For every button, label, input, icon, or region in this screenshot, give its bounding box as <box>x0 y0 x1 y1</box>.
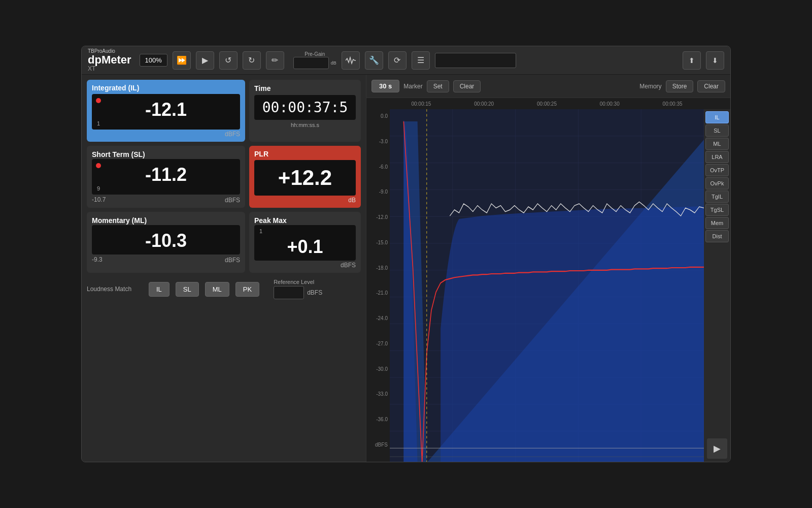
loop-icon-btn[interactable]: ⟳ <box>388 51 407 70</box>
short-term-value: -11.2 <box>97 164 235 185</box>
time-format: hh:mm:ss.s <box>254 122 356 128</box>
graph-btn-sl[interactable]: SL <box>705 124 729 137</box>
integrated-sub: 1 <box>97 120 100 126</box>
bottom-row: Momentary (ML) -10.3 -9.3 dBFS Peak Max … <box>87 212 361 273</box>
plr-unit: dB <box>254 197 356 204</box>
y-label-2: -6.0 <box>379 164 388 170</box>
store-button[interactable]: Store <box>666 80 694 92</box>
x-label-2: 00:00:20 <box>453 101 516 107</box>
wrench-icon-btn[interactable]: 🔧 <box>365 51 383 70</box>
graph-toolbar: 30 s Marker Set Clear Memory Store Clear <box>366 75 730 98</box>
graph-svg <box>390 109 704 462</box>
pregain-input[interactable]: 0.0 <box>293 57 329 69</box>
ref-level-unit: dBFS <box>307 289 322 296</box>
play-large-button[interactable]: ▶ <box>707 438 727 459</box>
short-term-dot <box>96 163 101 168</box>
lm-pk-button[interactable]: PK <box>235 282 259 297</box>
x-label-5: 00:00:35 <box>641 101 704 107</box>
ref-level-section: Reference Level 0.0 dBFS <box>274 279 322 299</box>
integrated-box: Integrated (IL) -12.1 1 dBFS <box>87 80 245 142</box>
redo-icon-btn[interactable]: ↻ <box>243 51 261 70</box>
pregain-label: Pre-Gain <box>304 51 325 57</box>
y-label-4: -12.0 <box>376 214 388 220</box>
download-icon: ⬇ <box>712 56 718 65</box>
wrench-icon: 🔧 <box>369 55 379 65</box>
master-check-input[interactable]: Master Check <box>435 53 516 68</box>
download-btn[interactable]: ⬇ <box>706 51 724 70</box>
lm-ml-button[interactable]: ML <box>205 282 229 297</box>
graph-btn-lra[interactable]: LRA <box>705 151 729 163</box>
clear-button[interactable]: Clear <box>453 80 481 92</box>
momentary-box: Momentary (ML) -10.3 -9.3 dBFS <box>87 212 245 273</box>
undo-icon: ↺ <box>225 55 231 65</box>
header: TBProAudio dpMeter XT 100% ⏩ ▶ ↺ ↻ ✏ Pre… <box>82 46 730 75</box>
peak-max-sub: 1 <box>259 228 262 234</box>
marker-label: Marker <box>403 83 422 90</box>
undo-icon-btn[interactable]: ↺ <box>219 51 238 70</box>
x-axis-top: 00:00:15 00:00:20 00:00:25 00:00:30 00:0… <box>366 98 730 109</box>
graph-btn-mem[interactable]: Mem <box>705 217 729 229</box>
list-icon-btn[interactable]: ☰ <box>412 51 430 70</box>
zoom-button[interactable]: 100% <box>140 54 167 67</box>
y-label-3: -9.0 <box>379 189 388 195</box>
time-title: Time <box>254 84 270 92</box>
waveform-icon <box>346 56 356 65</box>
pencil-icon-btn[interactable]: ✏ <box>266 51 284 70</box>
set-button[interactable]: Set <box>427 80 449 92</box>
graph-btn-il[interactable]: IL <box>705 111 729 123</box>
graph-main: 0.0 -3.0 -6.0 -9.0 -12.0 -15.0 -18.0 -21… <box>366 109 730 462</box>
upload-btn[interactable]: ⬆ <box>683 51 701 70</box>
y-label-7: -21.0 <box>376 290 388 296</box>
peak-max-box: Peak Max 1 +0.1 dBFS <box>249 212 361 273</box>
app-window: TBProAudio dpMeter XT 100% ⏩ ▶ ↺ ↻ ✏ Pre… <box>81 46 731 462</box>
waveform-icon-btn[interactable] <box>342 51 360 70</box>
y-label-1: -3.0 <box>379 139 388 144</box>
plr-title: PLR <box>254 150 356 158</box>
y-label-12: -36.0 <box>376 417 388 422</box>
integrated-dot <box>96 98 101 103</box>
plr-value: +12.2 <box>254 160 356 196</box>
short-term-title: Short Term (SL) <box>92 150 145 158</box>
graph-btn-tgsl[interactable]: TgSL <box>705 204 729 216</box>
brand-product: dpMeter <box>88 54 131 66</box>
peak-max-value: +0.1 <box>259 236 351 258</box>
forward-icon-btn[interactable]: ⏩ <box>173 51 191 70</box>
momentary-display: -10.3 <box>92 225 240 255</box>
x-label-4: 00:00:30 <box>578 101 641 107</box>
graph-btn-tgil[interactable]: TgIL <box>705 190 729 203</box>
ref-level-input[interactable]: 0.0 <box>274 286 304 299</box>
loudness-ref-row: Loudness Match IL SL ML PK Reference Lev… <box>87 277 361 301</box>
brand: TBProAudio dpMeter XT <box>88 48 131 72</box>
time-window-button[interactable]: 30 s <box>371 80 399 92</box>
y-label-6: -18.0 <box>376 265 388 271</box>
x-label-1: 00:00:15 <box>390 101 453 107</box>
graph-right-buttons: IL SL ML LRA OvTP OvPk TgIL TgSL Mem Dis… <box>704 109 730 462</box>
short-term-box: Short Term (SL) -11.2 9 -10.7 dBFS <box>87 146 245 208</box>
upload-icon: ⬆ <box>689 56 695 65</box>
short-term-sub: 9 <box>97 185 100 192</box>
y-label-9: -27.0 <box>376 341 388 346</box>
clear2-button[interactable]: Clear <box>697 80 725 92</box>
mid-row: Short Term (SL) -11.2 9 -10.7 dBFS PLR +… <box>87 146 361 208</box>
integrated-value: -12.1 <box>97 99 235 120</box>
left-panel: Integrated (IL) -12.1 1 dBFS Time 00:00:… <box>82 75 366 462</box>
integrated-display: -12.1 1 <box>92 94 240 130</box>
plr-box: PLR +12.2 dB <box>249 146 361 208</box>
lm-sl-button[interactable]: SL <box>176 282 199 297</box>
x-label-3: 00:00:25 <box>516 101 579 107</box>
momentary-unit: dBFS <box>225 257 240 264</box>
graph-btn-ovpk[interactable]: OvPk <box>705 177 729 189</box>
play-icon: ▶ <box>202 55 208 65</box>
graph-btn-ovtp[interactable]: OvTP <box>705 164 729 176</box>
graph-btn-ml[interactable]: ML <box>705 138 729 150</box>
top-row: Integrated (IL) -12.1 1 dBFS Time 00:00:… <box>87 80 361 142</box>
main-content: Integrated (IL) -12.1 1 dBFS Time 00:00:… <box>82 75 730 462</box>
memory-label: Memory <box>639 83 661 90</box>
graph-btn-dist[interactable]: Dist <box>705 230 729 242</box>
forward-icon: ⏩ <box>177 55 187 65</box>
play-icon-btn[interactable]: ▶ <box>196 51 214 70</box>
momentary-title: Momentary (ML) <box>92 216 147 225</box>
y-label-5: -15.0 <box>376 240 388 245</box>
loop-icon: ⟳ <box>394 55 400 65</box>
lm-il-button[interactable]: IL <box>149 282 170 297</box>
